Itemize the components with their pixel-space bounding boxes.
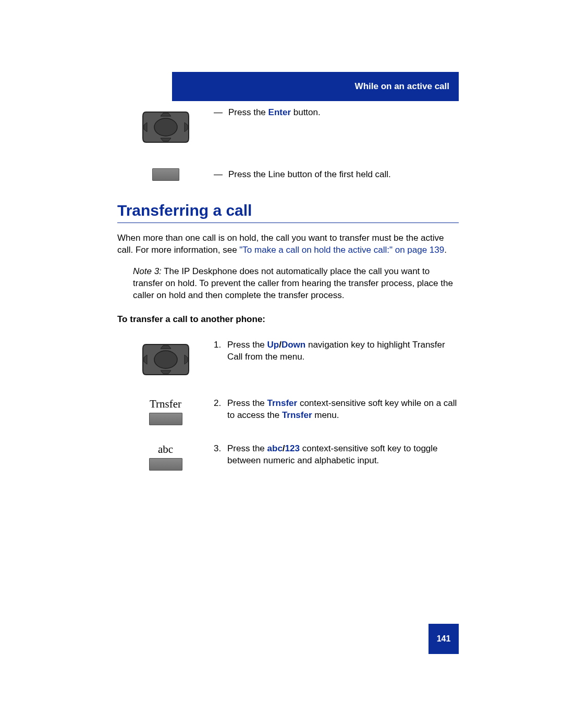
step-body: Press the abc/123 context-sensitive soft…	[227, 443, 459, 467]
step-number: 2.	[214, 398, 227, 422]
navkey-icon	[140, 107, 192, 147]
step-body: Press the Up/Down navigation key to high…	[227, 339, 459, 363]
softkey-label-trnsfer: Trnsfer	[150, 398, 181, 411]
step-row-3: abc 3. Press the abc/123 context-sensiti…	[117, 443, 459, 471]
intro-text-line: Press the Line button of the first held …	[228, 169, 391, 181]
svg-point-1	[154, 351, 177, 368]
intro-text-1: — Press the Enter button.	[214, 107, 459, 119]
step2-text: 2. Press the Trnsfer context-sensitive s…	[214, 398, 459, 422]
step-number: 1.	[214, 339, 227, 363]
step-number: 3.	[214, 443, 227, 467]
intro-text-2: — Press the Line button of the first hel…	[214, 169, 459, 181]
step-row-2: Trnsfer 2. Press the Trnsfer context-sen…	[117, 398, 459, 425]
svg-point-0	[154, 118, 177, 136]
page-content: — Press the Enter button. — Press the Li…	[117, 107, 459, 471]
softkey-button-icon	[149, 458, 182, 471]
step-row-1: 1. Press the Up/Down navigation key to h…	[117, 339, 459, 380]
step1-text: 1. Press the Up/Down navigation key to h…	[214, 339, 459, 363]
softkey-button-icon	[149, 413, 182, 425]
note-label: Note 3:	[133, 266, 162, 276]
section-heading: Transferring a call	[117, 202, 459, 223]
intro-row-enter: — Press the Enter button.	[117, 107, 459, 147]
dash: —	[214, 107, 228, 119]
navkey-icon	[140, 339, 192, 380]
page-number: 141	[429, 624, 459, 654]
softkey-label-abc: abc	[158, 443, 173, 456]
running-header-text: While on an active call	[355, 81, 449, 92]
dash: —	[214, 169, 228, 181]
running-header: While on an active call	[172, 72, 459, 101]
line-button-icon	[152, 168, 179, 181]
intro-paragraph: When more than one call is on hold, the …	[117, 232, 459, 256]
step3-text: 3. Press the abc/123 context-sensitive s…	[214, 443, 459, 467]
intro-row-line: — Press the Line button of the first hel…	[117, 168, 459, 181]
navkey-icon-wrapper	[117, 107, 214, 147]
step2-icon-col: Trnsfer	[117, 398, 214, 425]
intro-text-line: Press the Enter button.	[228, 107, 321, 119]
step1-icon-col	[117, 339, 214, 380]
page-crossref-link[interactable]: "To make a call on hold the active call:…	[239, 245, 444, 255]
document-page: While on an active call	[0, 0, 563, 728]
line-button-icon-wrapper	[117, 168, 214, 181]
step3-icon-col: abc	[117, 443, 214, 471]
note-text: The IP Deskphone does not automatically …	[133, 266, 453, 300]
procedure-subheading: To transfer a call to another phone:	[117, 314, 459, 325]
enter-label: Enter	[268, 107, 291, 117]
step-body: Press the Trnsfer context-sensitive soft…	[227, 398, 459, 422]
note-block: Note 3: The IP Deskphone does not automa…	[133, 266, 459, 302]
